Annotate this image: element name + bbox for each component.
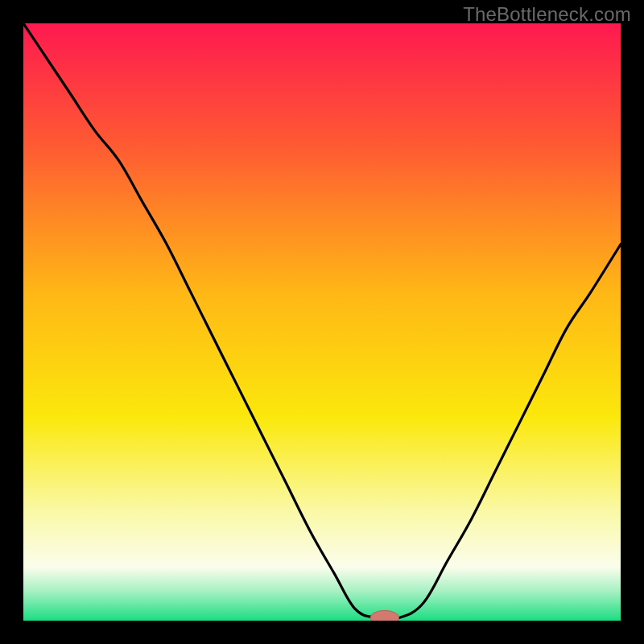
gradient-background (23, 23, 621, 621)
chart-frame: TheBottleneck.com (0, 0, 644, 644)
plot-area (23, 23, 621, 621)
chart-svg (23, 23, 621, 621)
watermark-text: TheBottleneck.com (463, 3, 631, 26)
